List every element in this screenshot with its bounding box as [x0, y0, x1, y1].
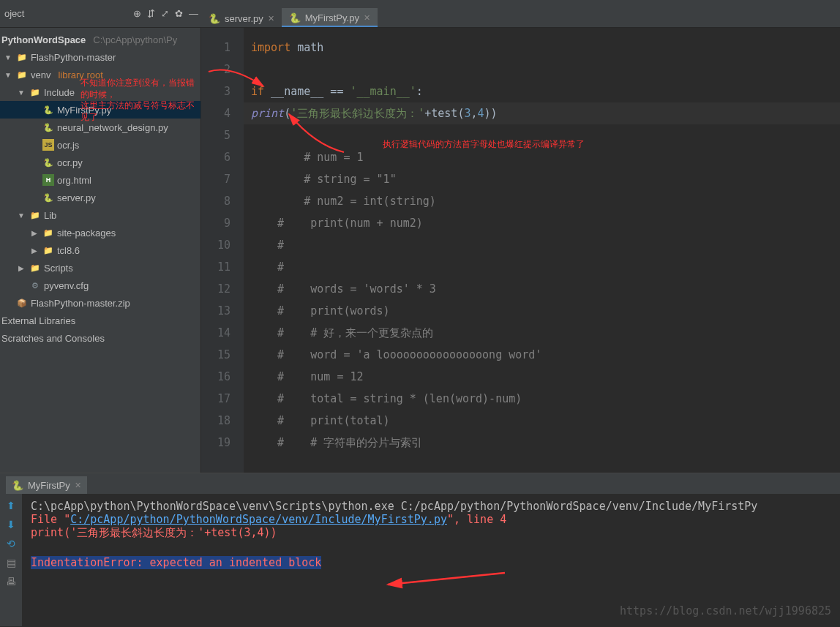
run-tab-label: MyFirstPy [28, 480, 70, 491]
folder-icon: 📁 [16, 69, 28, 80]
rerun-icon[interactable]: ⬆ [7, 500, 15, 511]
python-icon: 🐍 [209, 13, 220, 24]
tree-label: neural_network_design.py [57, 122, 168, 133]
code-line[interactable]: # # 字符串的分片与索引 [244, 432, 840, 454]
code-line[interactable]: # [244, 256, 840, 278]
py-icon: 🐍 [42, 192, 54, 203]
tree-label: Include [44, 87, 75, 98]
tree-label: venv [31, 70, 50, 80]
tree-root[interactable]: PythonWordSpace C:\pcApp\python\Py [0, 31, 200, 48]
folder-icon: 📁 [29, 262, 41, 274]
tree-item[interactable]: 📁Scripts [0, 259, 200, 277]
py-icon: 🐍 [42, 104, 54, 116]
close-icon[interactable]: ✕ [364, 13, 370, 23]
wrap-icon[interactable]: ⟲ [7, 538, 15, 549]
code-line[interactable]: # print(words) [244, 300, 840, 322]
tree-item[interactable]: 📦FlashPython-master.zip [0, 294, 200, 312]
expand-arrow[interactable] [3, 71, 13, 79]
code-line[interactable]: # num2 = int(string) [244, 190, 840, 212]
watermark: https://blog.csdn.net/wjj1996825 [620, 604, 831, 617]
editor-tab-row: 🐍 server.py ✕ 🐍 MyFirstPy.py ✕ [201, 0, 378, 27]
python-icon: 🐍 [12, 480, 23, 491]
close-icon[interactable]: ✕ [75, 481, 81, 490]
js-icon: JS [42, 139, 54, 151]
gear-icon[interactable]: ✿ [172, 8, 186, 19]
tab-label: MyFirstPy.py [305, 12, 359, 23]
main-row: PythonWordSpace C:\pcApp\python\Py 📁Flas… [0, 28, 840, 473]
tree-label: site-packages [57, 228, 116, 239]
expand-arrow[interactable] [16, 89, 26, 97]
tree-item[interactable]: Horg.html [0, 171, 200, 189]
arrow-annotation-3 [380, 567, 512, 596]
top-bar: oject ⊕ ⇵ ⤢ ✿ — 🐍 server.py ✕ 🐍 MyFirstP… [0, 0, 840, 28]
tree-label: Lib [44, 210, 56, 221]
console-output[interactable]: C:\pcApp\python\PythonWordSpace\venv\Scr… [22, 494, 840, 626]
code-line[interactable]: # words = 'words' * 3 [244, 278, 840, 300]
run-tab[interactable]: 🐍 MyFirstPy ✕ [6, 476, 87, 494]
cfg-icon: ⚙ [29, 279, 41, 291]
tab-server[interactable]: 🐍 server.py ✕ [201, 8, 282, 27]
tree-item[interactable]: 📁FlashPython-master [0, 48, 200, 66]
error-file-link[interactable]: C:/pcApp/python/PythonWordSpace/venv/Inc… [70, 513, 447, 526]
tree-item[interactable]: 📁Lib [0, 206, 200, 224]
project-toolbar: oject ⊕ ⇵ ⤢ ✿ — [0, 0, 201, 27]
tree-item[interactable]: 📁site-packages [0, 224, 200, 241]
console-error-line: IndentationError: expected an indented b… [31, 556, 831, 569]
py-icon: 🐍 [42, 121, 54, 133]
folder-icon: 📁 [29, 209, 41, 221]
folder-icon: 📁 [16, 51, 28, 63]
html-icon: H [42, 174, 54, 186]
expand-arrow[interactable] [29, 229, 40, 237]
code-line[interactable]: # num = 12 [244, 366, 840, 388]
code-line[interactable]: # print(num + num2) [244, 212, 840, 234]
code-area[interactable]: 执行逻辑代码的方法首字母处也爆红提示编译异常了 import math if _… [244, 28, 840, 473]
code-line[interactable]: if __name__ == '__main__': [244, 80, 840, 102]
expand-arrow[interactable] [3, 53, 13, 61]
close-icon[interactable]: ✕ [268, 14, 274, 23]
target-icon[interactable]: ⊕ [130, 8, 144, 19]
tab-myfirstpy[interactable]: 🐍 MyFirstPy.py ✕ [282, 8, 378, 27]
code-line[interactable]: print('三角形最长斜边长度为：'+test(3,4)) [244, 102, 840, 124]
zip-icon: 📦 [16, 297, 28, 309]
collapse-icon[interactable]: ⤢ [158, 8, 172, 19]
tree-label: ocr.js [57, 140, 79, 151]
tab-label: server.py [225, 13, 263, 24]
hide-icon[interactable]: — [186, 8, 201, 19]
gutter: 12345678910111213141516171819 [201, 28, 244, 473]
tree-item[interactable]: 🐍ocr.py [0, 154, 200, 171]
console-file-line: File "C:/pcApp/python/PythonWordSpace/ve… [31, 513, 831, 526]
tree-item[interactable]: ⚙pyvenv.cfg [0, 277, 200, 294]
tree-label: ocr.py [57, 157, 83, 168]
expand-arrow[interactable] [16, 264, 26, 272]
code-line[interactable]: import math [244, 37, 840, 59]
project-panel: PythonWordSpace C:\pcApp\python\Py 📁Flas… [0, 28, 201, 473]
tree-item[interactable]: 📁tcl8.6 [0, 241, 200, 259]
console-row: ⬆ ⬇ ⟲ ▤ 🖶 C:\pcApp\python\PythonWordSpac… [0, 494, 840, 626]
expand-icon[interactable]: ⇵ [144, 8, 158, 19]
scratches[interactable]: Scratches and Consoles [0, 329, 200, 347]
root-name: PythonWordSpace [1, 34, 86, 45]
run-tab-bar: 🐍 MyFirstPy ✕ [0, 473, 840, 494]
code-line[interactable]: # print(total) [244, 410, 840, 432]
code-line[interactable]: # # 好，来一个更复杂点的 [244, 322, 840, 344]
run-panel: 🐍 MyFirstPy ✕ ⬆ ⬇ ⟲ ▤ 🖶 C:\pcApp\python\… [0, 473, 840, 626]
tree-label: server.py [57, 192, 96, 203]
tree-item[interactable]: JSocr.js [0, 136, 200, 154]
stop-icon[interactable]: ⬇ [7, 519, 15, 530]
tree-label: FlashPython-master [31, 52, 116, 63]
expand-arrow[interactable] [16, 211, 26, 219]
code-line[interactable]: # string = "1" [244, 168, 840, 190]
trash-icon[interactable]: 🖶 [6, 576, 16, 587]
annotation-editor: 执行逻辑代码的方法首字母处也爆红提示编译异常了 [383, 139, 585, 151]
code-line[interactable]: # word = 'a loooooooooooooooong word' [244, 344, 840, 366]
code-line[interactable] [244, 59, 840, 80]
code-line[interactable]: # total = string * (len(word)-num) [244, 388, 840, 410]
expand-arrow[interactable] [29, 247, 40, 255]
tree-item[interactable]: 🐍server.py [0, 189, 200, 206]
code-line[interactable]: # [244, 234, 840, 256]
project-label: oject [4, 8, 24, 19]
error-message: IndentationError: expected an indented b… [31, 556, 321, 569]
root-path: C:\pcApp\python\Py [93, 34, 177, 45]
print-icon[interactable]: ▤ [7, 557, 16, 568]
external-libraries[interactable]: External Libraries [0, 312, 200, 329]
